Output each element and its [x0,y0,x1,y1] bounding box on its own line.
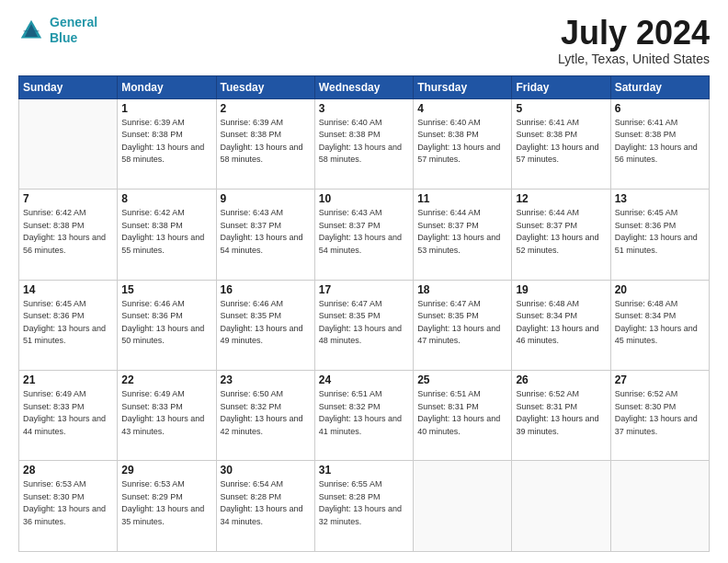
svg-rect-2 [24,30,40,31]
day-number: 8 [121,192,211,205]
table-row: 2 Sunrise: 6:39 AMSunset: 8:38 PMDayligh… [216,98,314,189]
day-number: 3 [319,102,409,115]
calendar-week-row: 7 Sunrise: 6:42 AMSunset: 8:38 PMDayligh… [19,190,710,280]
day-number: 27 [615,373,705,386]
day-info: Sunrise: 6:52 AMSunset: 8:30 PMDaylight:… [615,388,705,438]
logo: General Blue [18,15,97,46]
table-row: 23 Sunrise: 6:50 AMSunset: 8:32 PMDaylig… [216,371,314,461]
calendar-week-row: 14 Sunrise: 6:45 AMSunset: 8:36 PMDaylig… [19,280,710,370]
day-info: Sunrise: 6:48 AMSunset: 8:34 PMDaylight:… [615,298,705,348]
page: General Blue July 2024 Lytle, Texas, Uni… [0,0,728,563]
table-row [19,98,118,189]
day-number: 18 [417,283,507,296]
table-row: 3 Sunrise: 6:40 AMSunset: 8:38 PMDayligh… [314,98,413,189]
table-row: 17 Sunrise: 6:47 AMSunset: 8:35 PMDaylig… [314,280,413,370]
day-info: Sunrise: 6:49 AMSunset: 8:33 PMDaylight:… [121,388,211,438]
logo-icon [18,17,44,43]
table-row: 4 Sunrise: 6:40 AMSunset: 8:38 PMDayligh… [414,98,512,189]
day-number: 30 [221,464,311,477]
calendar-header-row: Sunday Monday Tuesday Wednesday Thursday… [19,75,710,98]
day-number: 1 [121,102,211,115]
table-row: 16 Sunrise: 6:46 AMSunset: 8:35 PMDaylig… [216,280,314,370]
day-info: Sunrise: 6:42 AMSunset: 8:38 PMDaylight:… [23,207,113,257]
table-row: 14 Sunrise: 6:45 AMSunset: 8:36 PMDaylig… [19,280,118,370]
table-row: 24 Sunrise: 6:51 AMSunset: 8:32 PMDaylig… [314,371,413,461]
table-row [610,461,709,552]
day-number: 16 [221,283,311,296]
day-info: Sunrise: 6:50 AMSunset: 8:32 PMDaylight:… [221,388,311,438]
table-row: 5 Sunrise: 6:41 AMSunset: 8:38 PMDayligh… [512,98,610,189]
logo-general: General [50,15,97,29]
table-row: 13 Sunrise: 6:45 AMSunset: 8:36 PMDaylig… [610,190,709,280]
day-info: Sunrise: 6:49 AMSunset: 8:33 PMDaylight:… [23,388,113,438]
day-number: 21 [23,373,113,386]
col-monday: Monday [118,75,216,98]
day-number: 4 [417,102,507,115]
day-info: Sunrise: 6:39 AMSunset: 8:38 PMDaylight:… [221,117,311,167]
col-saturday: Saturday [610,75,709,98]
day-number: 13 [615,192,705,205]
day-info: Sunrise: 6:45 AMSunset: 8:36 PMDaylight:… [615,207,705,257]
day-number: 14 [23,283,113,296]
table-row [512,461,610,552]
table-row: 11 Sunrise: 6:44 AMSunset: 8:37 PMDaylig… [414,190,512,280]
day-info: Sunrise: 6:44 AMSunset: 8:37 PMDaylight:… [417,207,507,257]
day-info: Sunrise: 6:55 AMSunset: 8:28 PMDaylight:… [319,478,409,528]
day-number: 12 [516,192,606,205]
day-number: 25 [417,373,507,386]
day-info: Sunrise: 6:41 AMSunset: 8:38 PMDaylight:… [516,117,606,167]
table-row: 22 Sunrise: 6:49 AMSunset: 8:33 PMDaylig… [118,371,216,461]
day-number: 9 [221,192,311,205]
day-info: Sunrise: 6:43 AMSunset: 8:37 PMDaylight:… [319,207,409,257]
day-number: 11 [417,192,507,205]
table-row: 8 Sunrise: 6:42 AMSunset: 8:38 PMDayligh… [118,190,216,280]
logo-text: General Blue [50,15,97,46]
day-info: Sunrise: 6:46 AMSunset: 8:35 PMDaylight:… [221,298,311,348]
day-number: 29 [121,464,211,477]
day-info: Sunrise: 6:48 AMSunset: 8:34 PMDaylight:… [516,298,606,348]
table-row: 7 Sunrise: 6:42 AMSunset: 8:38 PMDayligh… [19,190,118,280]
day-number: 23 [221,373,311,386]
main-title: July 2024 [558,15,710,52]
table-row: 27 Sunrise: 6:52 AMSunset: 8:30 PMDaylig… [610,371,709,461]
day-number: 20 [615,283,705,296]
table-row: 26 Sunrise: 6:52 AMSunset: 8:31 PMDaylig… [512,371,610,461]
day-info: Sunrise: 6:40 AMSunset: 8:38 PMDaylight:… [417,117,507,167]
table-row: 12 Sunrise: 6:44 AMSunset: 8:37 PMDaylig… [512,190,610,280]
day-number: 17 [319,283,409,296]
table-row: 25 Sunrise: 6:51 AMSunset: 8:31 PMDaylig… [414,371,512,461]
day-info: Sunrise: 6:53 AMSunset: 8:30 PMDaylight:… [23,478,113,528]
day-number: 7 [23,192,113,205]
table-row: 20 Sunrise: 6:48 AMSunset: 8:34 PMDaylig… [610,280,709,370]
title-block: July 2024 Lytle, Texas, United States [558,15,710,66]
day-info: Sunrise: 6:46 AMSunset: 8:36 PMDaylight:… [121,298,211,348]
day-info: Sunrise: 6:44 AMSunset: 8:37 PMDaylight:… [516,207,606,257]
day-number: 2 [221,102,311,115]
table-row: 6 Sunrise: 6:41 AMSunset: 8:38 PMDayligh… [610,98,709,189]
day-number: 5 [516,102,606,115]
day-info: Sunrise: 6:42 AMSunset: 8:38 PMDaylight:… [121,207,211,257]
col-tuesday: Tuesday [216,75,314,98]
day-info: Sunrise: 6:40 AMSunset: 8:38 PMDaylight:… [319,117,409,167]
table-row: 19 Sunrise: 6:48 AMSunset: 8:34 PMDaylig… [512,280,610,370]
day-info: Sunrise: 6:54 AMSunset: 8:28 PMDaylight:… [221,478,311,528]
location-subtitle: Lytle, Texas, United States [558,52,710,66]
day-number: 24 [319,373,409,386]
day-info: Sunrise: 6:47 AMSunset: 8:35 PMDaylight:… [417,298,507,348]
logo-blue: Blue [50,30,77,45]
header: General Blue July 2024 Lytle, Texas, Uni… [18,15,710,66]
calendar-week-row: 1 Sunrise: 6:39 AMSunset: 8:38 PMDayligh… [19,98,710,189]
col-wednesday: Wednesday [314,75,413,98]
day-info: Sunrise: 6:51 AMSunset: 8:31 PMDaylight:… [417,388,507,438]
day-info: Sunrise: 6:47 AMSunset: 8:35 PMDaylight:… [319,298,409,348]
table-row: 21 Sunrise: 6:49 AMSunset: 8:33 PMDaylig… [19,371,118,461]
day-number: 26 [516,373,606,386]
day-info: Sunrise: 6:41 AMSunset: 8:38 PMDaylight:… [615,117,705,167]
table-row: 10 Sunrise: 6:43 AMSunset: 8:37 PMDaylig… [314,190,413,280]
day-info: Sunrise: 6:43 AMSunset: 8:37 PMDaylight:… [221,207,311,257]
day-number: 28 [23,464,113,477]
table-row: 1 Sunrise: 6:39 AMSunset: 8:38 PMDayligh… [118,98,216,189]
calendar-table: Sunday Monday Tuesday Wednesday Thursday… [18,75,710,552]
day-number: 10 [319,192,409,205]
table-row: 31 Sunrise: 6:55 AMSunset: 8:28 PMDaylig… [314,461,413,552]
